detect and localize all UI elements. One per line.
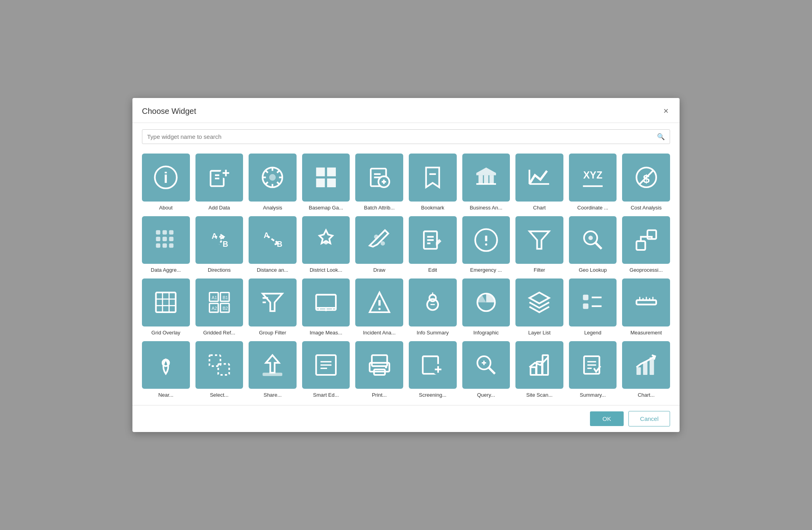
widget-item-edit[interactable]: Edit [409,216,457,274]
widget-item-print[interactable]: Print... [355,341,403,399]
svg-point-9 [269,174,276,181]
svg-rect-20 [316,179,325,187]
widget-item-group-filter[interactable]: Group Filter [249,278,297,336]
close-button[interactable]: × [662,105,670,117]
widget-item-district-lookup[interactable]: District Look... [302,216,350,274]
svg-rect-21 [327,179,336,187]
svg-rect-46 [156,243,160,248]
widget-icon-analysis [249,154,297,202]
svg-rect-137 [636,367,641,374]
svg-text:A1: A1 [212,295,217,300]
svg-rect-71 [156,292,176,312]
svg-text:A2: A2 [212,306,217,311]
widget-item-add-data[interactable]: Add Data [195,154,243,211]
widget-icon-edit [409,216,457,264]
widget-icon-query [462,341,510,389]
widget-item-cost-analysis[interactable]: $Cost Analysis [622,154,670,211]
widget-item-batch-attribute[interactable]: Batch Attrib... [355,154,403,211]
widget-icon-summary-stat [569,341,617,389]
svg-rect-48 [169,243,174,248]
widget-icon-chart2 [622,341,670,389]
widget-icon-gridded-ref: A1B1A2B2 [195,278,243,326]
svg-rect-41 [163,230,167,234]
widget-label-draw: Draw [373,267,385,274]
svg-rect-104 [636,300,656,305]
choose-widget-dialog: Choose Widget × 🔍 iAboutAdd DataAnalysis… [132,98,680,432]
widget-item-bookmark[interactable]: Bookmark [409,154,457,211]
widget-label-gridded-ref: Gridded Ref... [203,330,235,336]
search-input[interactable] [147,133,657,140]
widget-icon-bookmark [409,154,457,202]
svg-rect-18 [316,167,325,176]
widget-item-summary-stat[interactable]: Summary... [569,341,617,399]
widget-label-batch-attribute: Batch Attrib... [364,205,395,211]
widget-item-data-aggregate[interactable]: Data Aggre... [142,216,190,274]
widget-label-about: About [159,205,172,211]
svg-rect-139 [649,357,654,374]
widget-item-grid-overlay[interactable]: Grid Overlay [142,278,190,336]
widget-item-nearby[interactable]: Near... [142,341,190,399]
svg-rect-42 [169,230,174,234]
search-bar: 🔍 [132,123,680,150]
widget-label-smart-editor: Smart Ed... [313,392,339,399]
widget-item-legend[interactable]: Legend [569,278,617,336]
widget-icon-screening [409,341,457,389]
svg-rect-44 [163,237,167,241]
widget-item-share[interactable]: Share... [249,341,297,399]
widget-label-share: Share... [264,392,282,399]
dialog-header: Choose Widget × [132,98,680,123]
widget-label-info-summary: Info Summary [417,330,449,336]
widget-label-distance: Distance an... [257,267,289,274]
widget-icon-geo-lookup [569,216,617,264]
widget-item-site-scan[interactable]: Site Scan... [515,341,563,399]
widget-item-smart-editor[interactable]: Smart Ed... [302,341,350,399]
search-icon: 🔍 [657,133,665,140]
widget-item-chart2[interactable]: Chart... [622,341,670,399]
ok-button[interactable]: OK [590,411,624,426]
widget-item-filter[interactable]: Filter [515,216,563,274]
widget-icon-grid-overlay [142,278,190,326]
widget-item-business-analyst[interactable]: Business An... [462,154,510,211]
widget-item-image-meas[interactable]: Image Meas... [302,278,350,336]
widget-item-directions[interactable]: ABDirections [195,216,243,274]
svg-line-14 [266,171,268,173]
widget-item-incident-ana[interactable]: Incident Ana... [355,278,403,336]
widget-item-layer-list[interactable]: Layer List [515,278,563,336]
widget-item-basemap-gallery[interactable]: Basemap Ga... [302,154,350,211]
cancel-button[interactable]: Cancel [628,411,670,426]
widget-label-analysis: Analysis [263,205,282,211]
widget-label-nearby: Near... [158,392,173,399]
widget-item-analysis[interactable]: Analysis [249,154,297,211]
widget-item-distance[interactable]: ABDistance an... [249,216,297,274]
widget-icon-district-lookup [302,216,350,264]
widget-label-cost-analysis: Cost Analysis [631,205,662,211]
widgets-scroll-area[interactable]: iAboutAdd DataAnalysisBasemap Ga...Batch… [132,150,680,405]
svg-rect-100 [583,295,588,300]
svg-rect-43 [156,237,160,241]
widget-item-measurement[interactable]: Measurement [622,278,670,336]
widget-item-select[interactable]: Select... [195,341,243,399]
widget-label-emergency: Emergency ... [470,267,502,274]
widget-label-filter: Filter [534,267,545,274]
widget-icon-basemap-gallery [302,154,350,202]
widget-label-geoprocessing: Geoprocessi... [630,267,663,274]
widget-item-info-summary[interactable]: Info Summary [409,278,457,336]
widget-item-emergency[interactable]: Emergency ... [462,216,510,274]
widget-item-coordinate[interactable]: XYZCoordinate ... [569,154,617,211]
widget-item-query[interactable]: Query... [462,341,510,399]
widget-item-geo-lookup[interactable]: Geo Lookup [569,216,617,274]
widget-item-draw[interactable]: Draw [355,216,403,274]
widget-icon-group-filter [249,278,297,326]
widget-label-coordinate: Coordinate ... [577,205,608,211]
widget-item-infographic[interactable]: Infographic [462,278,510,336]
dialog-footer: OK Cancel [132,405,680,432]
widget-icon-legend [569,278,617,326]
svg-rect-102 [583,303,588,309]
widget-item-chart[interactable]: Chart [515,154,563,211]
widget-item-gridded-ref[interactable]: A1B1A2B2Gridded Ref... [195,278,243,336]
svg-rect-47 [163,243,167,248]
widget-icon-nearby [142,341,190,389]
widget-item-about[interactable]: iAbout [142,154,190,211]
widget-item-geoprocessing[interactable]: Geoprocessi... [622,216,670,274]
widget-item-screening[interactable]: Screening... [409,341,457,399]
